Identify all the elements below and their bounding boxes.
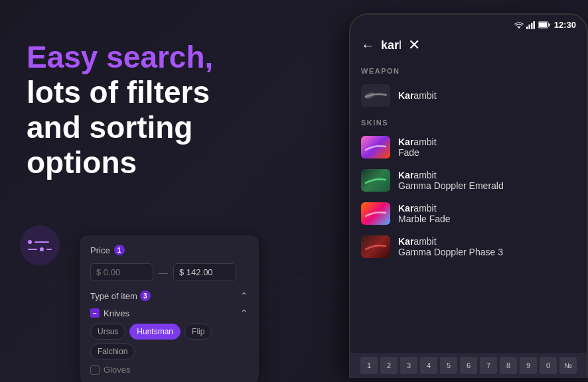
price-dash: — bbox=[159, 267, 168, 278]
item-thumb-marble-fade bbox=[361, 202, 390, 225]
headline-line3: and sorting bbox=[27, 110, 192, 145]
svg-rect-2 bbox=[528, 25, 530, 29]
item-info-karambit: Karambit bbox=[398, 90, 576, 101]
item-sub-phase3: Gamma Doppler Phase 3 bbox=[398, 247, 576, 257]
key-num[interactable]: № bbox=[559, 357, 577, 374]
phone-mockup: 12:30 ← karl ✕ WEAPON Karambit bbox=[349, 13, 588, 378]
type-chevron-icon[interactable]: ⌃ bbox=[240, 290, 248, 301]
svg-rect-3 bbox=[531, 23, 533, 29]
gloves-checkbox[interactable] bbox=[90, 365, 100, 375]
price-min-input[interactable] bbox=[90, 263, 153, 281]
knives-chevron-icon[interactable]: ⌃ bbox=[240, 308, 248, 318]
section-skins: SKINS bbox=[350, 112, 587, 131]
key-9[interactable]: 9 bbox=[520, 357, 537, 374]
item-thumb-gamma-emerald bbox=[361, 169, 390, 192]
close-button[interactable]: ✕ bbox=[408, 36, 420, 54]
key-8[interactable]: 8 bbox=[500, 357, 517, 374]
keyboard-bar: 1 2 3 4 5 6 7 8 9 0 № bbox=[350, 353, 587, 378]
result-item-fade[interactable]: Karambit Fade bbox=[350, 131, 587, 164]
svg-rect-1 bbox=[526, 27, 528, 29]
signal-icon bbox=[526, 21, 536, 29]
item-sub-marble: Marble Fade bbox=[398, 214, 576, 224]
karambit-gamma-svg bbox=[363, 171, 388, 190]
name-highlight: Kar bbox=[398, 90, 413, 101]
price-row: Price 1 bbox=[90, 245, 248, 255]
headline-accent: Easy search, bbox=[27, 40, 213, 74]
name-highlight-gamma: Kar bbox=[398, 170, 413, 180]
filter-line-1 bbox=[28, 240, 52, 244]
name-rest-fade: ambit bbox=[413, 137, 436, 147]
item-name-gamma: Karambit bbox=[398, 170, 576, 180]
price-max-input[interactable] bbox=[173, 263, 236, 281]
filter-bar-1 bbox=[35, 241, 49, 243]
result-item-gamma-emerald[interactable]: Karambit Gamma Doppler Emerald bbox=[350, 164, 587, 197]
filter-line-2 bbox=[28, 247, 52, 251]
item-name-fade: Karambit bbox=[398, 137, 576, 147]
item-thumb-phase3 bbox=[361, 235, 390, 258]
type-label: Type of item bbox=[90, 291, 137, 301]
filter-icon-circle[interactable] bbox=[20, 225, 60, 265]
price-badge: 1 bbox=[114, 245, 125, 255]
item-sub-gamma: Gamma Doppler Emerald bbox=[398, 180, 576, 191]
key-5[interactable]: 5 bbox=[440, 357, 457, 374]
svg-marker-0 bbox=[517, 27, 521, 29]
status-icons bbox=[514, 21, 550, 29]
name-highlight-marble: Kar bbox=[398, 203, 413, 214]
karambit-marble-svg bbox=[363, 204, 388, 223]
search-bar: ← karl ✕ bbox=[350, 32, 587, 60]
gloves-row: Gloves bbox=[90, 365, 248, 375]
type-badge: 3 bbox=[140, 290, 151, 301]
knife-chip-falchion[interactable]: Falchion bbox=[90, 344, 135, 359]
price-inputs: — bbox=[90, 263, 248, 281]
item-sub-fade: Fade bbox=[398, 147, 576, 158]
key-4[interactable]: 4 bbox=[420, 357, 437, 374]
key-0[interactable]: 0 bbox=[540, 357, 557, 374]
item-info-gamma: Karambit Gamma Doppler Emerald bbox=[398, 170, 576, 191]
results-list[interactable]: WEAPON Karambit SKINS bbox=[350, 60, 587, 357]
filter-card: Price 1 — Type of item 3 ⌃ − Knives ⌃ Ur… bbox=[80, 235, 259, 382]
knife-chip-flip[interactable]: Flip bbox=[184, 324, 212, 340]
knives-row: − Knives ⌃ bbox=[90, 308, 248, 318]
karambit-weapon-svg bbox=[363, 86, 388, 105]
minus-icon[interactable]: − bbox=[90, 308, 100, 318]
key-7[interactable]: 7 bbox=[480, 357, 497, 374]
filter-dot-2 bbox=[40, 247, 44, 251]
type-row: Type of item 3 ⌃ bbox=[90, 290, 248, 301]
back-button[interactable]: ← bbox=[361, 38, 374, 53]
battery-icon bbox=[538, 21, 550, 29]
svg-rect-6 bbox=[548, 24, 550, 27]
result-item-marble-fade[interactable]: Karambit Marble Fade bbox=[350, 197, 587, 230]
knife-chip-huntsman[interactable]: Huntsman bbox=[129, 324, 181, 340]
headline: Easy search, lots of filters and sorting… bbox=[27, 40, 305, 180]
search-rest: l bbox=[399, 38, 402, 52]
name-highlight-phase3: Kar bbox=[398, 236, 413, 247]
knife-types: Ursus Huntsman Flip Falchion bbox=[90, 324, 248, 359]
item-info-phase3: Karambit Gamma Doppler Phase 3 bbox=[398, 236, 576, 257]
item-name-marble: Karambit bbox=[398, 203, 576, 214]
key-6[interactable]: 6 bbox=[460, 357, 477, 374]
key-2[interactable]: 2 bbox=[380, 357, 398, 374]
price-label: Price bbox=[90, 245, 110, 255]
result-item-phase3[interactable]: Karambit Gamma Doppler Phase 3 bbox=[350, 230, 587, 263]
item-thumb-karambit bbox=[361, 84, 390, 107]
type-label-row: Type of item 3 bbox=[90, 290, 151, 301]
result-item-karambit[interactable]: Karambit bbox=[350, 79, 587, 112]
item-info-marble: Karambit Marble Fade bbox=[398, 203, 576, 224]
name-highlight-fade: Kar bbox=[398, 137, 413, 147]
name-rest-phase3: ambit bbox=[413, 236, 436, 247]
svg-point-9 bbox=[384, 94, 387, 96]
item-thumb-fade bbox=[361, 136, 390, 159]
search-query-display: karl bbox=[381, 38, 402, 52]
knife-chip-ursus[interactable]: Ursus bbox=[90, 324, 125, 340]
headline-line4: options bbox=[27, 145, 137, 180]
key-3[interactable]: 3 bbox=[400, 357, 417, 374]
name-rest: ambit bbox=[413, 90, 436, 101]
gloves-label: Gloves bbox=[104, 365, 130, 375]
section-weapon: WEAPON bbox=[350, 60, 587, 79]
svg-rect-4 bbox=[533, 21, 535, 29]
knives-label: Knives bbox=[104, 308, 129, 318]
search-highlight: kar bbox=[381, 38, 399, 52]
key-1[interactable]: 1 bbox=[360, 357, 378, 374]
name-rest-gamma: ambit bbox=[413, 170, 436, 180]
filter-bar-3 bbox=[46, 249, 52, 250]
